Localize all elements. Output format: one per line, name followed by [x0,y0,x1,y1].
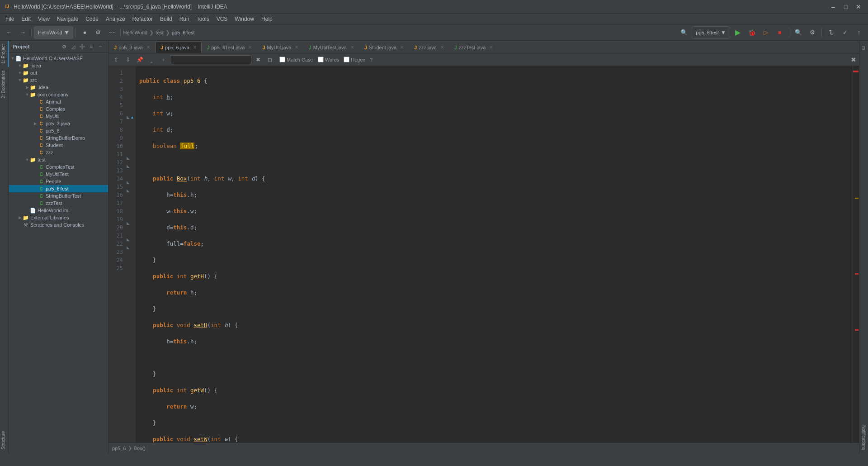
menu-refactor[interactable]: Refactor [129,14,156,24]
tab-myutil[interactable]: J MyUtil.java ✕ [257,41,303,53]
fold-7[interactable]: ◣ [127,115,130,119]
fold-13[interactable]: ◣ [127,164,130,168]
project-expand-icon[interactable]: ➕ [78,43,86,51]
maximize-button[interactable]: □ [840,2,852,12]
tab-pp5-6[interactable]: J pp5_6.java ✕ [156,41,202,53]
tree-stringbuffer[interactable]: C StringBufferDemo [9,134,108,142]
tab-myutiltest[interactable]: J MyUtilTest.java ✕ [304,41,359,53]
project-close-icon[interactable]: − [96,43,104,51]
bookmarks-panel-tab[interactable]: 2: Bookmarks [0,67,9,102]
find-pin-btn[interactable]: 📌 [135,55,145,64]
menu-window[interactable]: Window [231,14,258,24]
tab-pp5-6test[interactable]: J pp5_6Test.java ✕ [202,41,257,53]
tree-myutil[interactable]: C MyUtil [9,113,108,120]
tab-myutiltest-close[interactable]: ✕ [350,45,354,50]
tree-test[interactable]: ▼ 📁 test [9,156,108,163]
fold-12[interactable]: ◣ [127,156,130,160]
menu-build[interactable]: Build [156,14,176,24]
tree-zzz[interactable]: C zzz [9,149,108,156]
find-filter-btn[interactable]: ◻ [265,55,275,64]
menu-vcs[interactable]: VCS [213,14,231,24]
find-input[interactable] [170,55,251,64]
menu-navigate[interactable]: Navigate [53,14,82,24]
tree-hwiml[interactable]: 📄 HelloWorld.iml [9,207,108,214]
fold-16[interactable]: ◣ [127,188,130,193]
toolbar-breadcrumb-item3[interactable]: pp5_6Test [172,30,195,35]
structure-panel-tab[interactable]: Structure [0,428,9,453]
code-content[interactable]: public class pp5_6 { int h; int w; int d… [136,66,853,442]
regex-checkbox[interactable] [344,57,349,62]
project-gear-icon[interactable]: ⚙ [60,43,68,51]
tree-complex[interactable]: C Complex [9,105,108,113]
breadcrumb-pp5-6[interactable]: pp5_6 [112,446,126,451]
menu-tools[interactable]: Tools [193,14,213,24]
project-settings-icon[interactable]: ≡ [87,43,95,51]
minimize-button[interactable]: – [827,2,839,12]
menu-run[interactable]: Run [176,14,193,24]
match-case-checkbox[interactable] [279,57,285,62]
tree-src-idea[interactable]: ▶ 📁 .idea [9,84,108,91]
tree-pp5-6[interactable]: C pp5_6 [9,127,108,134]
search-everywhere-btn[interactable]: 🔍 [678,26,690,39]
vcs-update-button[interactable]: ⇅ [825,26,837,39]
find-close-btn[interactable]: ✖ [851,56,856,63]
close-button[interactable]: ✕ [853,2,864,12]
right-panel-notifications[interactable]: Notifications [860,422,867,453]
tab-zzztest[interactable]: J zzzTest.java ✕ [449,41,498,53]
tree-pp5-3[interactable]: ▶ C pp5_3.java [9,120,108,127]
tree-complextest[interactable]: C ComplexTest [9,163,108,171]
tab-student-close[interactable]: ✕ [400,45,404,50]
tree-idea[interactable]: ▼ 📁 .idea [9,62,108,69]
fold-20[interactable]: ◣ [127,221,130,225]
find-clear-btn[interactable]: ✖ [253,55,263,64]
breadcrumb-box[interactable]: Box() [134,446,146,451]
fold-15[interactable]: ◣ [127,180,130,185]
fold-22[interactable]: ◣ [127,237,130,242]
toolbar-breadcrumb-item1[interactable]: HelloWorld [123,30,147,35]
tab-pp5-6test-close[interactable]: ✕ [248,45,252,50]
toolbar-more[interactable]: ⋯ [105,26,118,39]
tab-pp5-3[interactable]: J pp5_3.java ✕ [109,41,155,53]
run-button[interactable]: ▶ [731,26,744,39]
tree-scratches[interactable]: ⚒ Scratches and Consoles [9,221,108,228]
project-collapse-icon[interactable]: ◿ [69,43,77,51]
find-next-btn[interactable]: ‹ [158,55,168,64]
fold-23[interactable]: ◣ [127,245,130,250]
settings-gear-button[interactable]: ⚙ [806,26,819,39]
match-case-check[interactable]: Match Case [279,57,313,62]
regex-help[interactable]: ? [370,57,373,62]
tree-root[interactable]: ▼ 📄 HelloWorld C:\Users\HASE [9,55,108,62]
back-button[interactable]: ← [3,26,15,39]
debug-button[interactable]: 🐞 [745,26,758,39]
tab-zzz[interactable]: J zzz.java ✕ [409,41,449,53]
regex-check[interactable]: Regex [344,57,365,62]
tree-stringbuffertest[interactable]: C StringBufferTest [9,192,108,200]
tab-pp5-6-close[interactable]: ✕ [193,45,197,50]
find-up-btn[interactable]: ⇧ [111,55,121,64]
run-config-selector[interactable]: pp5_6Test ▼ [692,26,730,39]
commit-button[interactable]: ✓ [839,26,851,39]
menu-code[interactable]: Code [82,14,102,24]
find-down-btn[interactable]: ⇩ [123,55,133,64]
menu-help[interactable]: Help [258,14,276,24]
tree-student[interactable]: C Student [9,142,108,149]
menu-file[interactable]: File [2,14,18,24]
tree-people[interactable]: C People [9,178,108,185]
push-button[interactable]: ↑ [853,26,865,39]
tab-zzz-close[interactable]: ✕ [440,45,444,50]
words-checkbox[interactable] [318,57,324,62]
search-button[interactable]: 🔍 [792,26,805,39]
forward-button[interactable]: → [16,26,29,39]
tab-student[interactable]: J Student.java ✕ [359,41,409,53]
tab-zzztest-close[interactable]: ✕ [489,45,493,50]
tree-pp5-6test[interactable]: C pp5_6Test [9,185,108,192]
right-panel-tab-m[interactable]: m [860,43,867,53]
toolbar-breadcrumb-item2[interactable]: test [156,30,164,35]
tree-zzztest[interactable]: C zzzTest [9,200,108,207]
project-panel-tab[interactable]: 1: Project [0,41,9,67]
tree-animal[interactable]: C Animal [9,98,108,105]
menu-edit[interactable]: Edit [18,14,34,24]
tree-com-company[interactable]: ▼ 📁 com.company [9,91,108,98]
toolbar-settings[interactable]: ⚙ [92,26,104,39]
tab-pp5-3-close[interactable]: ✕ [146,45,150,50]
